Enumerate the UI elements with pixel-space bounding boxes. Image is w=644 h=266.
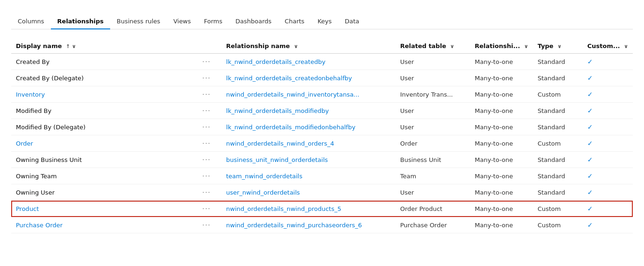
display-name-plain[interactable]: Created By (Delegate): [16, 75, 84, 82]
cell-related-table: Order Product: [395, 201, 470, 217]
cell-display-name: Product: [11, 201, 198, 217]
cell-type: Standard: [533, 103, 583, 119]
cell-dots-menu[interactable]: ···: [198, 217, 222, 233]
dots-menu-icon[interactable]: ···: [203, 58, 211, 65]
dots-menu-icon[interactable]: ···: [203, 173, 211, 180]
table-row[interactable]: Inventory···nwind_orderdetails_nwind_inv…: [11, 86, 633, 103]
table-row[interactable]: Owning User···user_nwind_orderdetailsUse…: [11, 184, 633, 201]
sort-icon-reltype: ∨: [524, 43, 528, 49]
display-name-plain[interactable]: Owning User: [16, 189, 55, 196]
tab-dashboards[interactable]: Dashboards: [229, 14, 278, 29]
tab-views[interactable]: Views: [167, 14, 197, 29]
cell-type: Custom: [533, 86, 583, 103]
sort-icon-display: ↑ ∨: [66, 43, 76, 49]
cell-dots-menu[interactable]: ···: [198, 184, 222, 201]
dots-menu-icon[interactable]: ···: [203, 156, 211, 163]
cell-dots-menu[interactable]: ···: [198, 103, 222, 119]
cell-display-name: Inventory: [11, 86, 198, 103]
display-name-plain[interactable]: Owning Team: [16, 173, 57, 180]
rel-name-link[interactable]: nwind_orderdetails_nwind_purchaseorders_…: [226, 222, 362, 229]
display-name-link[interactable]: Inventory: [16, 91, 45, 98]
cell-related-table: User: [395, 103, 470, 119]
cell-custom: ✓: [582, 86, 633, 103]
table-row[interactable]: Product···nwind_orderdetails_nwind_produ…: [11, 201, 633, 217]
tab-charts[interactable]: Charts: [278, 14, 311, 29]
check-icon: ✓: [587, 156, 593, 163]
col-header-display-name[interactable]: Display name ↑ ∨: [11, 39, 198, 54]
cell-dots-menu[interactable]: ···: [198, 201, 222, 217]
table-row[interactable]: Order···nwind_orderdetails_nwind_orders_…: [11, 135, 633, 152]
cell-rel-type: Many-to-one: [470, 184, 533, 201]
cell-related-table: Team: [395, 168, 470, 184]
tab-relationships[interactable]: Relationships: [51, 14, 110, 29]
rel-name-link[interactable]: lk_nwind_orderdetails_modifiedby: [226, 107, 329, 114]
cell-rel-type: Many-to-one: [470, 168, 533, 184]
cell-dots-menu[interactable]: ···: [198, 86, 222, 103]
table-row[interactable]: Owning Team···team_nwind_orderdetailsTea…: [11, 168, 633, 184]
dots-menu-icon[interactable]: ···: [203, 205, 211, 212]
table-row[interactable]: Purchase Order···nwind_orderdetails_nwin…: [11, 217, 633, 233]
check-icon: ✓: [587, 221, 593, 229]
dots-menu-icon[interactable]: ···: [203, 124, 211, 131]
cell-display-name: Modified By: [11, 103, 198, 119]
cell-rel-name: nwind_orderdetails_nwind_products_5: [222, 201, 396, 217]
dots-menu-icon[interactable]: ···: [203, 107, 211, 114]
rel-name-link[interactable]: lk_nwind_orderdetails_modifiedonbehalfby: [226, 124, 356, 131]
display-name-plain[interactable]: Modified By: [16, 107, 51, 114]
display-name-plain[interactable]: Modified By (Delegate): [16, 124, 85, 131]
table-row[interactable]: Owning Business Unit···business_unit_nwi…: [11, 152, 633, 168]
tab-data[interactable]: Data: [338, 14, 366, 29]
tab-forms[interactable]: Forms: [197, 14, 229, 29]
dots-menu-icon[interactable]: ···: [203, 91, 211, 98]
cell-display-name: Order: [11, 135, 198, 152]
table-row[interactable]: Modified By (Delegate)···lk_nwind_orderd…: [11, 119, 633, 135]
cell-custom: ✓: [582, 135, 633, 152]
dots-menu-icon[interactable]: ···: [203, 140, 211, 147]
display-name-plain[interactable]: Owning Business Unit: [16, 156, 82, 163]
dots-menu-icon[interactable]: ···: [203, 75, 211, 82]
rel-name-link[interactable]: lk_nwind_orderdetails_createdby: [226, 58, 326, 65]
check-icon: ✓: [587, 205, 593, 212]
col-header-rel-type[interactable]: Relationshi... ∨: [470, 39, 533, 54]
cell-dots-menu[interactable]: ···: [198, 152, 222, 168]
cell-dots-menu[interactable]: ···: [198, 135, 222, 152]
rel-name-link[interactable]: nwind_orderdetails_nwind_products_5: [226, 205, 342, 212]
dots-menu-icon[interactable]: ···: [203, 222, 211, 229]
dots-menu-icon[interactable]: ···: [203, 189, 211, 196]
table-row[interactable]: Created By···lk_nwind_orderdetails_creat…: [11, 54, 633, 70]
cell-dots-menu[interactable]: ···: [198, 168, 222, 184]
tab-columns[interactable]: Columns: [11, 14, 51, 29]
check-icon: ✓: [587, 91, 593, 98]
relationships-table: Display name ↑ ∨ Relationship name ∨ Rel…: [11, 39, 633, 233]
cell-rel-name: nwind_orderdetails_nwind_inventorytansa.…: [222, 86, 396, 103]
rel-name-link[interactable]: team_nwind_orderdetails: [226, 173, 302, 180]
display-name-plain[interactable]: Created By: [16, 58, 49, 65]
col-header-related-table[interactable]: Related table ∨: [395, 39, 470, 54]
rel-name-link[interactable]: business_unit_nwind_orderdetails: [226, 156, 328, 163]
cell-dots-menu[interactable]: ···: [198, 54, 222, 70]
sort-icon-type: ∨: [557, 43, 561, 49]
col-header-type[interactable]: Type ∨: [533, 39, 583, 54]
tab-keys[interactable]: Keys: [311, 14, 338, 29]
display-name-link[interactable]: Purchase Order: [16, 222, 63, 229]
cell-display-name: Owning Business Unit: [11, 152, 198, 168]
display-name-link[interactable]: Order: [16, 140, 33, 147]
table-row[interactable]: Modified By···lk_nwind_orderdetails_modi…: [11, 103, 633, 119]
check-icon: ✓: [587, 74, 593, 82]
cell-display-name: Purchase Order: [11, 217, 198, 233]
nav-tabs: Columns Relationships Business rules Vie…: [11, 14, 633, 29]
rel-name-link[interactable]: nwind_orderdetails_nwind_inventorytansa.…: [226, 91, 360, 98]
cell-dots-menu[interactable]: ···: [198, 70, 222, 86]
cell-dots-menu[interactable]: ···: [198, 119, 222, 135]
rel-name-link[interactable]: nwind_orderdetails_nwind_orders_4: [226, 140, 334, 147]
rel-name-link[interactable]: lk_nwind_orderdetails_createdonbehalfby: [226, 75, 352, 82]
display-name-link[interactable]: Product: [16, 205, 39, 212]
cell-type: Standard: [533, 168, 583, 184]
cell-custom: ✓: [582, 201, 633, 217]
cell-display-name: Modified By (Delegate): [11, 119, 198, 135]
tab-business-rules[interactable]: Business rules: [110, 14, 167, 29]
col-header-custom[interactable]: Custom... ∨: [582, 39, 633, 54]
rel-name-link[interactable]: user_nwind_orderdetails: [226, 189, 300, 196]
col-header-rel-name[interactable]: Relationship name ∨: [222, 39, 396, 54]
table-row[interactable]: Created By (Delegate)···lk_nwind_orderde…: [11, 70, 633, 86]
